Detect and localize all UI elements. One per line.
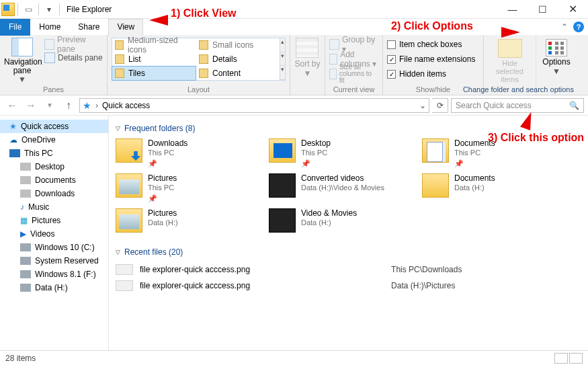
recent-list: file explorer-quick acccess.pngThis PC\D… bbox=[116, 262, 581, 293]
folder-tile[interactable]: PicturesData (H:) bbox=[116, 208, 263, 239]
folder-icon bbox=[422, 173, 449, 198]
up-button[interactable]: ↑ bbox=[60, 97, 77, 114]
breadcrumb-location: Quick access bbox=[102, 101, 150, 110]
collapse-ribbon-icon[interactable]: ⌃ bbox=[561, 22, 568, 32]
forward-button[interactable]: → bbox=[23, 97, 39, 114]
hide-selected-button[interactable]: Hide selected items bbox=[488, 38, 532, 83]
tree-item[interactable]: Documents bbox=[0, 173, 108, 187]
options-icon bbox=[546, 39, 567, 56]
tree-item[interactable]: This PC bbox=[0, 147, 108, 160]
options-button[interactable]: Options ▼ bbox=[540, 38, 573, 76]
navigation-tree[interactable]: ★Quick access☁OneDriveThis PCDesktopDocu… bbox=[0, 116, 109, 350]
sort-icon bbox=[296, 38, 319, 58]
tree-item-label: Desktop bbox=[35, 162, 65, 171]
tiles-icon bbox=[115, 69, 124, 78]
tab-home[interactable]: Home bbox=[30, 19, 69, 36]
titlebar: ▭ ▾ File Explorer — ☐ ✕ bbox=[0, 0, 588, 19]
folder-icon bbox=[116, 138, 142, 163]
tab-share[interactable]: Share bbox=[69, 19, 108, 36]
tree-item[interactable]: Desktop bbox=[0, 160, 108, 173]
tab-view[interactable]: View bbox=[108, 19, 143, 36]
folder-icon bbox=[269, 138, 296, 163]
item-checkboxes-toggle[interactable]: Item check boxes bbox=[387, 38, 479, 51]
minimize-button[interactable]: — bbox=[497, 0, 528, 19]
tree-item[interactable]: Windows 8.1 (F:) bbox=[0, 268, 108, 281]
preview-pane-button[interactable]: Preview pane bbox=[44, 38, 103, 51]
tree-item[interactable]: ♪Music bbox=[0, 200, 108, 214]
tree-item[interactable]: Windows 10 (C:) bbox=[0, 241, 108, 254]
help-icon[interactable]: ? bbox=[573, 22, 584, 32]
group-panes: Navigation pane ▼ Preview pane Details p… bbox=[0, 35, 108, 95]
breadcrumb[interactable]: ★ › Quick access ⌄ bbox=[79, 98, 429, 113]
size-columns-button[interactable]: Size all columns to fit bbox=[329, 67, 378, 81]
folder-tile[interactable]: DesktopThis PC📌 bbox=[269, 138, 417, 169]
chevron-down-icon[interactable]: ⌄ bbox=[419, 101, 426, 110]
tree-item[interactable]: ★Quick access bbox=[0, 120, 108, 133]
folder-tile[interactable]: DocumentsData (H:) bbox=[422, 173, 570, 204]
refresh-button[interactable]: ⟳ bbox=[432, 98, 448, 113]
tiles-view-button[interactable] bbox=[569, 353, 583, 364]
recent-file-row[interactable]: file explorer-quick acccess.pngThis PC\D… bbox=[116, 262, 581, 277]
file-icon bbox=[116, 264, 133, 275]
tree-item-label: Pictures bbox=[32, 216, 60, 225]
chevron-down-icon: ▽ bbox=[116, 125, 120, 132]
hidden-items-toggle[interactable]: ✓Hidden items bbox=[387, 67, 479, 81]
tree-item[interactable]: ▦Pictures bbox=[0, 214, 108, 227]
folder-icon bbox=[116, 173, 142, 198]
details-view-button[interactable] bbox=[554, 353, 568, 364]
folder-tile[interactable]: Converted videosData (H:)\Video & Movies bbox=[269, 173, 417, 204]
layout-list[interactable]: List bbox=[112, 52, 196, 66]
sort-by-button[interactable]: Sort by ▼ bbox=[294, 38, 320, 78]
small-icons-icon bbox=[199, 40, 208, 50]
section-recent[interactable]: ▽ Recent files (20) bbox=[116, 247, 581, 257]
tile-name: Documents bbox=[454, 173, 495, 184]
folder-icon bbox=[116, 208, 142, 233]
tree-item[interactable]: ☁OneDrive bbox=[0, 133, 108, 147]
layout-details[interactable]: Details bbox=[196, 52, 280, 66]
tile-name: Converted videos bbox=[301, 173, 384, 184]
back-button[interactable]: ← bbox=[4, 97, 20, 114]
qat-properties-icon[interactable]: ▭ bbox=[21, 2, 36, 17]
tab-file[interactable]: File bbox=[0, 19, 30, 36]
layout-medium-icons[interactable]: Medium-sized icons bbox=[112, 38, 196, 52]
change-folder-search-options[interactable]: Change folder and search options bbox=[439, 85, 574, 93]
folder-icon bbox=[269, 208, 296, 233]
close-button[interactable]: ✕ bbox=[558, 0, 588, 19]
tile-location: This PC bbox=[454, 149, 495, 158]
quick-access-toolbar: ▭ ▾ bbox=[16, 2, 61, 17]
layout-tiles[interactable]: Tiles bbox=[112, 67, 196, 80]
folder-tile[interactable]: Video & MoviesData (H:) bbox=[269, 208, 417, 239]
section-frequent[interactable]: ▽ Frequent folders (8) bbox=[116, 124, 581, 133]
folder-tile[interactable]: DownloadsThis PC📌 bbox=[116, 138, 263, 169]
tree-item[interactable]: Downloads bbox=[0, 187, 108, 200]
addcols-icon bbox=[329, 54, 337, 65]
content-pane: ▽ Frequent folders (8) DownloadsThis PC📌… bbox=[109, 116, 588, 350]
tile-location: Data (H:)\Video & Movies bbox=[301, 184, 384, 193]
details-icon bbox=[199, 54, 208, 64]
recent-file-row[interactable]: file explorer-quick acccess.pngData (H:)… bbox=[116, 278, 581, 293]
layout-scroll[interactable]: ▴▾▾ bbox=[280, 38, 286, 81]
layout-small-icons[interactable]: Small icons bbox=[196, 38, 280, 52]
tree-item[interactable]: ▶Videos bbox=[0, 227, 108, 241]
navigation-pane-button[interactable]: Navigation pane ▼ bbox=[4, 38, 40, 85]
tile-name: Pictures bbox=[148, 208, 178, 218]
folder-tile[interactable]: PicturesThis PC📌 bbox=[116, 173, 263, 204]
maximize-button[interactable]: ☐ bbox=[528, 0, 558, 19]
list-icon bbox=[115, 54, 124, 64]
tree-item[interactable]: Data (H:) bbox=[0, 281, 108, 294]
group-by-button[interactable]: Group by ▾ bbox=[329, 38, 378, 51]
group-currentview-label: Current view bbox=[329, 85, 378, 93]
tree-item[interactable]: System Reserved bbox=[0, 254, 108, 268]
preview-pane-icon bbox=[44, 39, 54, 50]
tile-name: Pictures bbox=[148, 173, 177, 184]
layout-content[interactable]: Content bbox=[196, 67, 280, 80]
recent-locations-button[interactable]: ▼ bbox=[42, 97, 58, 114]
file-extensions-toggle[interactable]: ✓File name extensions bbox=[387, 52, 479, 66]
tree-item-label: Windows 10 (C:) bbox=[35, 243, 95, 252]
qat-newfolder-icon[interactable]: ▾ bbox=[42, 2, 56, 17]
search-input[interactable]: Search Quick access 🔍 bbox=[451, 98, 584, 113]
tile-name: Desktop bbox=[301, 138, 331, 149]
folder-tile[interactable]: DocumentsThis PC📌 bbox=[422, 138, 570, 169]
tree-item-label: Documents bbox=[35, 175, 76, 185]
tile-location: This PC bbox=[148, 149, 187, 158]
